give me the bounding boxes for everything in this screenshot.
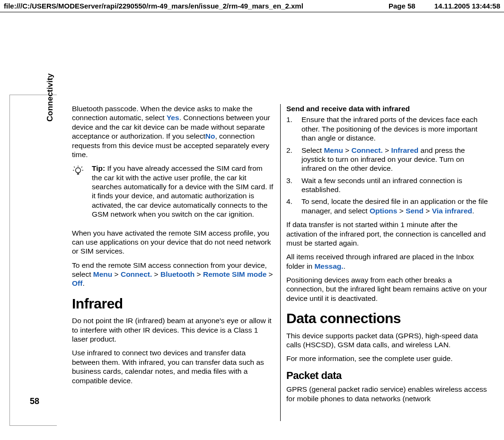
menu-path: Remote SIM mode — [203, 270, 266, 278]
separator: > — [112, 270, 121, 278]
step-number: 3. — [286, 176, 296, 194]
svg-point-0 — [76, 168, 81, 173]
step-number: 1. — [286, 115, 296, 142]
menu-path: Via infrared — [432, 207, 472, 215]
separator: > — [266, 270, 273, 278]
tip-block: Tip: If you have already accessed the SI… — [72, 164, 274, 223]
step-text: To send, locate the desired file in an a… — [301, 197, 489, 215]
paragraph: All items received through infrared are … — [286, 252, 489, 271]
paragraph: Bluetooth passcode. When the device asks… — [72, 104, 274, 159]
ui-option-no: No — [205, 132, 215, 140]
paragraph: Positioning devices away from each other… — [286, 275, 489, 303]
menu-path: Messag. — [314, 262, 343, 270]
step-text: Select Menu > Connect. > Infrared and pr… — [301, 146, 489, 173]
heading-data-connections: Data connections — [286, 309, 489, 327]
paragraph: Do not point the IR (infrared) beam at a… — [72, 316, 274, 343]
datetime: 14.11.2005 13:44:58 — [434, 2, 500, 10]
separator: > — [152, 270, 160, 278]
section-label: Connectivity — [45, 73, 55, 122]
heading-send-receive: Send and receive data with infrared — [286, 104, 489, 113]
page-header: file:///C:/USERS/MODEServer/rapi/2290550… — [0, 0, 504, 12]
paragraph: When you have activated the remote SIM a… — [72, 229, 274, 256]
menu-path: Connect. — [121, 270, 152, 278]
paragraph: For more information, see the complete u… — [286, 354, 489, 363]
menu-path: Send — [406, 207, 424, 215]
separator: > — [424, 207, 432, 215]
svg-line-6 — [74, 167, 75, 168]
lightbulb-icon — [72, 164, 87, 223]
step-number: 2. — [286, 146, 296, 173]
heading-infrared: Infrared — [72, 295, 274, 313]
side-tab: Connectivity 58 — [9, 95, 57, 426]
menu-path: Menu — [324, 146, 343, 154]
svg-line-7 — [81, 167, 82, 168]
text: . — [472, 207, 474, 215]
page-body: Connectivity 58 Bluetooth passcode. When… — [9, 90, 495, 431]
steps-list: 1. Ensure that the infrared ports of the… — [286, 115, 489, 215]
content-columns: Bluetooth passcode. When the device asks… — [66, 104, 495, 421]
tip-label: Tip: — [92, 164, 107, 172]
paragraph: If data transfer is not started within 1… — [286, 220, 489, 247]
text: . — [344, 262, 345, 270]
text: . — [82, 279, 84, 287]
ui-option-yes: Yes — [167, 114, 179, 122]
list-item: 2. Select Menu > Connect. > Infrared and… — [286, 146, 489, 173]
page-number: 58 — [30, 396, 39, 406]
heading-packet-data: Packet data — [286, 369, 489, 382]
step-text: Ensure that the infrared ports of the de… — [301, 115, 489, 142]
paragraph: Use infrared to connect two devices and … — [72, 348, 274, 385]
menu-path: Options — [370, 207, 398, 215]
paragraph: GPRS (general packet radio service) enab… — [286, 385, 489, 403]
separator: > — [397, 207, 406, 215]
menu-path: Off — [72, 279, 82, 287]
list-item: 1. Ensure that the infrared ports of the… — [286, 115, 489, 142]
menu-path: Infrared — [391, 146, 419, 154]
separator: > — [383, 146, 391, 154]
text: If you have already accessed the SIM car… — [92, 164, 273, 218]
list-item: 4. To send, locate the desired file in a… — [286, 197, 489, 215]
list-item: 3. Wait a few seconds until an infrared … — [286, 176, 489, 194]
separator: > — [195, 270, 203, 278]
menu-path: Menu — [93, 270, 112, 278]
step-number: 4. — [286, 197, 296, 215]
paragraph: This device supports packet data (GPRS),… — [286, 331, 489, 350]
menu-path: Connect. — [352, 146, 383, 154]
left-column: Bluetooth passcode. When the device asks… — [66, 104, 281, 421]
right-column: Send and receive data with infrared 1. E… — [281, 104, 495, 421]
page-indicator: Page 58 — [389, 2, 416, 10]
text: Select — [301, 146, 324, 154]
file-path: file:///C:/USERS/MODEServer/rapi/2290550… — [4, 2, 389, 10]
menu-path: Bluetooth — [160, 270, 195, 278]
separator: > — [343, 146, 352, 154]
paragraph: To end the remote SIM access connection … — [72, 261, 274, 288]
step-text: Wait a few seconds until an infrared con… — [301, 176, 489, 194]
tip-text: Tip: If you have already accessed the SI… — [92, 164, 274, 219]
